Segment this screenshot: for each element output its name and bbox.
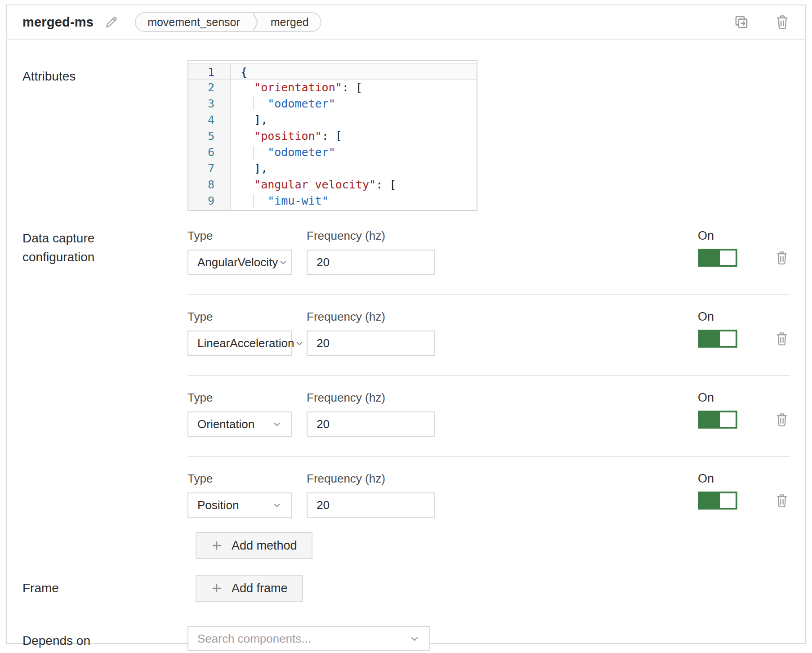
code-line-content: ] bbox=[231, 209, 477, 211]
code-line: 3 "odometer" bbox=[188, 96, 477, 112]
code-line-content: { bbox=[231, 64, 477, 79]
frequency-field: Frequency (hz) bbox=[307, 391, 435, 437]
add-method-button[interactable]: Add method bbox=[196, 532, 312, 559]
trash-icon bbox=[775, 493, 789, 508]
toggle-knob bbox=[720, 331, 736, 346]
code-line: 6 "odometer" bbox=[188, 144, 477, 161]
delete-component-button[interactable] bbox=[775, 14, 790, 30]
code-line-content: "position": [ bbox=[231, 128, 477, 144]
depends-on-section: Depends on bbox=[22, 626, 790, 651]
line-number: 3 bbox=[188, 96, 231, 112]
line-number: 4 bbox=[188, 112, 231, 128]
line-number: 9 bbox=[188, 193, 231, 209]
chevron-down-icon bbox=[278, 257, 289, 268]
frame-section: Frame Add frame bbox=[22, 575, 790, 602]
data-capture-method-row: Type Orientation Frequency (hz) On bbox=[187, 376, 790, 457]
toggle-knob bbox=[720, 412, 736, 427]
trash-icon bbox=[775, 250, 789, 265]
attributes-json-editor[interactable]: 1{2 "orientation": [3 "odometer"4 ],5 "p… bbox=[187, 60, 477, 211]
on-label: On bbox=[698, 310, 737, 324]
plus-icon bbox=[211, 540, 223, 551]
add-frame-button[interactable]: Add frame bbox=[196, 575, 303, 602]
code-line-content: "angular_velocity": [ bbox=[231, 177, 477, 193]
type-select-value: AngularVelocity bbox=[197, 255, 278, 269]
breadcrumb-model: movement_sensor bbox=[136, 16, 252, 29]
on-label: On bbox=[698, 472, 737, 486]
type-select[interactable]: LinearAcceleration bbox=[187, 331, 292, 356]
frequency-label: Frequency (hz) bbox=[307, 229, 435, 243]
plus-icon bbox=[211, 582, 223, 594]
duplicate-icon bbox=[734, 14, 749, 30]
trash-icon bbox=[775, 14, 790, 30]
add-frame-label: Add frame bbox=[232, 581, 288, 595]
type-label: Type bbox=[187, 472, 292, 486]
page: merged-ms movement_sensor merged bbox=[0, 0, 812, 653]
code-line: 7 ], bbox=[188, 161, 477, 177]
capture-toggle[interactable] bbox=[698, 249, 737, 267]
code-line: 9 "imu-wit" bbox=[188, 193, 477, 209]
capture-enabled-field: On bbox=[698, 229, 737, 275]
code-line: 8 "angular_velocity": [ bbox=[188, 177, 477, 193]
chevron-down-icon bbox=[409, 633, 420, 644]
rename-button[interactable] bbox=[104, 15, 119, 29]
type-field: Type Position bbox=[187, 472, 292, 518]
data-capture-method-row: Type LinearAcceleration Frequency (hz) O… bbox=[187, 295, 790, 376]
type-select-value: Orientation bbox=[197, 417, 254, 431]
on-label: On bbox=[698, 229, 737, 243]
code-line-content: ], bbox=[231, 161, 477, 177]
component-card-header: merged-ms movement_sensor merged bbox=[7, 5, 805, 40]
breadcrumb: movement_sensor merged bbox=[135, 12, 321, 32]
component-card: merged-ms movement_sensor merged bbox=[6, 4, 806, 644]
search-components-input[interactable] bbox=[197, 632, 395, 646]
attributes-section: Attributes 1{2 "orientation": [3 "odomet… bbox=[22, 60, 790, 211]
code-line: 5 "position": [ bbox=[188, 128, 477, 144]
line-number: 1 bbox=[188, 64, 231, 79]
add-method-label: Add method bbox=[232, 539, 297, 553]
toggle-knob bbox=[720, 493, 736, 508]
code-line: 2 "orientation": [ bbox=[188, 80, 477, 96]
duplicate-component-button[interactable] bbox=[734, 14, 749, 30]
code-line-content: "odometer" bbox=[231, 96, 477, 112]
code-lines: 1{2 "orientation": [3 "odometer"4 ],5 "p… bbox=[188, 61, 477, 211]
code-line-content: "imu-wit" bbox=[231, 193, 477, 209]
depends-on-select[interactable] bbox=[187, 626, 430, 651]
code-line: 10 ] bbox=[188, 209, 477, 211]
capture-toggle[interactable] bbox=[698, 492, 737, 510]
delete-method-button[interactable] bbox=[775, 250, 789, 265]
type-select[interactable]: Position bbox=[187, 492, 292, 518]
code-line: 4 ], bbox=[188, 112, 477, 128]
chevron-down-icon bbox=[272, 500, 282, 510]
depends-on-label: Depends on bbox=[22, 634, 90, 648]
frequency-input[interactable] bbox=[307, 411, 435, 437]
capture-toggle[interactable] bbox=[698, 330, 737, 348]
code-line-content: "odometer" bbox=[231, 144, 477, 161]
component-name: merged-ms bbox=[22, 15, 94, 30]
frequency-input[interactable] bbox=[307, 331, 435, 356]
line-number: 7 bbox=[188, 161, 231, 177]
line-number: 5 bbox=[188, 128, 231, 144]
type-select[interactable]: Orientation bbox=[187, 411, 292, 437]
type-field: Type LinearAcceleration bbox=[187, 310, 292, 356]
data-capture-method-row: Type AngularVelocity Frequency (hz) On bbox=[187, 229, 790, 295]
line-number: 8 bbox=[188, 177, 231, 193]
data-capture-methods: Type AngularVelocity Frequency (hz) On bbox=[187, 229, 790, 518]
type-label: Type bbox=[187, 310, 292, 324]
frame-label: Frame bbox=[22, 579, 59, 598]
data-capture-section: Data capture configuration Type AngularV… bbox=[22, 229, 790, 518]
type-select[interactable]: AngularVelocity bbox=[187, 250, 292, 275]
pencil-icon bbox=[104, 15, 119, 29]
frequency-input[interactable] bbox=[307, 250, 435, 275]
capture-enabled-field: On bbox=[698, 310, 737, 356]
capture-toggle[interactable] bbox=[698, 411, 737, 429]
delete-method-button[interactable] bbox=[775, 493, 789, 508]
chevron-down-icon bbox=[272, 419, 282, 429]
line-number: 10 bbox=[188, 209, 231, 211]
type-field: Type Orientation bbox=[187, 391, 292, 437]
line-number: 6 bbox=[188, 144, 231, 161]
delete-method-button[interactable] bbox=[775, 412, 789, 427]
delete-method-button[interactable] bbox=[775, 331, 789, 346]
on-label: On bbox=[698, 391, 737, 405]
type-select-value: LinearAcceleration bbox=[197, 336, 294, 350]
type-select-value: Position bbox=[197, 498, 239, 512]
frequency-input[interactable] bbox=[307, 492, 435, 518]
